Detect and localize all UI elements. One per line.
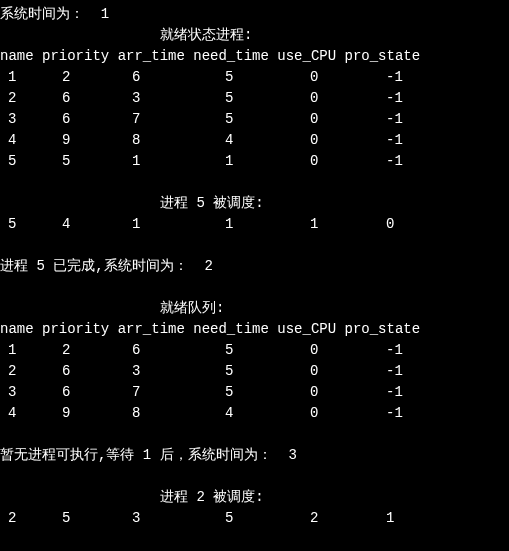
cell-pro-state: -1 — [340, 109, 420, 130]
cell-name: 4 — [0, 403, 40, 424]
table-row: 2 6 3 5 0 -1 — [0, 88, 509, 109]
table-row: 3 6 7 5 0 -1 — [0, 109, 509, 130]
system-time-line: 系统时间为： 1 — [0, 4, 509, 25]
cell-use-cpu: 2 — [270, 508, 340, 529]
process-5-done-msg: 进程 5 已完成,系统时间为： 2 — [0, 256, 509, 277]
table-row: 4 9 8 4 0 -1 — [0, 403, 509, 424]
cell-name: 2 — [0, 361, 40, 382]
cell-name: 3 — [0, 382, 40, 403]
cell-need-time: 4 — [185, 130, 270, 151]
cell-arr-time: 8 — [110, 130, 185, 151]
cell-name: 1 — [0, 340, 40, 361]
cell-need-time: 5 — [185, 508, 270, 529]
cell-name: 3 — [0, 109, 40, 130]
table-row: 5 5 1 1 0 -1 — [0, 151, 509, 172]
cell-need-time: 5 — [185, 109, 270, 130]
table-row: 4 9 8 4 0 -1 — [0, 130, 509, 151]
table-row: 3 6 7 5 0 -1 — [0, 382, 509, 403]
table-row: 2 6 3 5 0 -1 — [0, 361, 509, 382]
cell-priority: 6 — [40, 361, 110, 382]
cell-pro-state: -1 — [340, 88, 420, 109]
cell-priority: 9 — [40, 403, 110, 424]
table-header-2: name priority arr_time need_time use_CPU… — [0, 319, 509, 340]
cell-priority: 5 — [40, 508, 110, 529]
cell-pro-state: 1 — [340, 508, 420, 529]
cell-use-cpu: 0 — [270, 382, 340, 403]
cell-arr-time: 3 — [110, 88, 185, 109]
cell-arr-time: 1 — [110, 151, 185, 172]
cell-need-time: 5 — [185, 382, 270, 403]
cell-pro-state: -1 — [340, 361, 420, 382]
cell-priority: 5 — [40, 151, 110, 172]
wait-msg: 暂无进程可执行,等待 1 后，系统时间为： 3 — [0, 445, 509, 466]
cell-name: 2 — [0, 508, 40, 529]
cell-use-cpu: 0 — [270, 361, 340, 382]
cell-pro-state: -1 — [340, 340, 420, 361]
cell-priority: 2 — [40, 67, 110, 88]
cell-use-cpu: 0 — [270, 130, 340, 151]
cell-arr-time: 6 — [110, 340, 185, 361]
cell-arr-time: 7 — [110, 109, 185, 130]
cell-use-cpu: 0 — [270, 403, 340, 424]
cell-name: 1 — [0, 67, 40, 88]
cell-arr-time: 8 — [110, 403, 185, 424]
scheduled-5-title: 进程 5 被调度: — [0, 193, 509, 214]
cell-name: 5 — [0, 214, 40, 235]
cell-pro-state: 0 — [340, 214, 420, 235]
cell-arr-time: 1 — [110, 214, 185, 235]
cell-priority: 9 — [40, 130, 110, 151]
cell-need-time: 5 — [185, 88, 270, 109]
cell-use-cpu: 0 — [270, 88, 340, 109]
cell-use-cpu: 0 — [270, 151, 340, 172]
cell-need-time: 5 — [185, 67, 270, 88]
cell-pro-state: -1 — [340, 403, 420, 424]
cell-arr-time: 3 — [110, 508, 185, 529]
cell-name: 4 — [0, 130, 40, 151]
cell-priority: 6 — [40, 109, 110, 130]
cell-priority: 6 — [40, 88, 110, 109]
cell-arr-time: 7 — [110, 382, 185, 403]
table-row: 2 5 3 5 2 1 — [0, 508, 509, 529]
cell-name: 2 — [0, 88, 40, 109]
cell-priority: 6 — [40, 382, 110, 403]
cell-need-time: 5 — [185, 340, 270, 361]
cell-priority: 2 — [40, 340, 110, 361]
ready-queue-title: 就绪队列: — [0, 298, 509, 319]
table-header-1: name priority arr_time need_time use_CPU… — [0, 46, 509, 67]
ready-title-1: 就绪状态进程: — [0, 25, 509, 46]
cell-need-time: 1 — [185, 151, 270, 172]
cell-need-time: 1 — [185, 214, 270, 235]
cell-need-time: 4 — [185, 403, 270, 424]
table-row: 5 4 1 1 1 0 — [0, 214, 509, 235]
cell-name: 5 — [0, 151, 40, 172]
cell-use-cpu: 0 — [270, 109, 340, 130]
table-row: 1 2 6 5 0 -1 — [0, 340, 509, 361]
cell-arr-time: 3 — [110, 361, 185, 382]
cell-pro-state: -1 — [340, 67, 420, 88]
table-row: 1 2 6 5 0 -1 — [0, 67, 509, 88]
cell-pro-state: -1 — [340, 130, 420, 151]
cell-pro-state: -1 — [340, 151, 420, 172]
cell-pro-state: -1 — [340, 382, 420, 403]
cell-priority: 4 — [40, 214, 110, 235]
cell-use-cpu: 0 — [270, 340, 340, 361]
scheduled-2-title: 进程 2 被调度: — [0, 487, 509, 508]
cell-use-cpu: 0 — [270, 67, 340, 88]
cell-need-time: 5 — [185, 361, 270, 382]
cell-arr-time: 6 — [110, 67, 185, 88]
cell-use-cpu: 1 — [270, 214, 340, 235]
